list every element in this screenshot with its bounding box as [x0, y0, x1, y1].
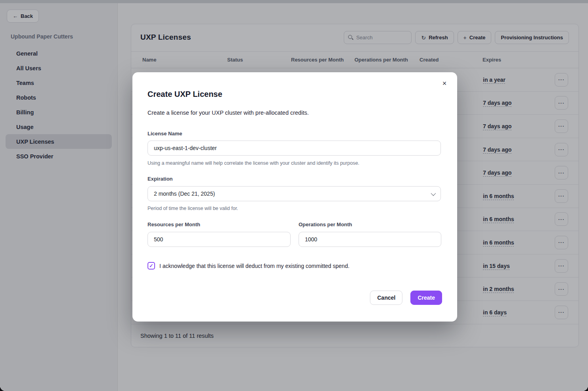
create-uxp-license-modal: × Create UXP License Create a license fo… — [132, 72, 457, 322]
create-submit-button[interactable]: Create — [410, 291, 442, 305]
expiration-label: Expiration — [147, 176, 173, 182]
chevron-down-icon — [431, 191, 436, 196]
license-name-input[interactable] — [147, 141, 441, 156]
license-name-helper: Using a meaningful name will help correl… — [147, 160, 359, 166]
acknowledge-row: ✓ I acknowledge that this license will d… — [147, 262, 349, 270]
operations-per-month-input[interactable] — [299, 232, 441, 247]
resources-per-month-label: Resources per Month — [147, 222, 200, 227]
app-window: ← Back Upbound Paper Cutters General All… — [0, 0, 588, 391]
acknowledge-checkbox[interactable]: ✓ — [147, 262, 155, 270]
expiration-helper: Period of time the license will be valid… — [147, 206, 238, 211]
resources-per-month-input[interactable] — [147, 232, 291, 247]
close-icon: × — [442, 79, 447, 87]
expiration-select[interactable]: 2 months (Dec 21, 2025) — [147, 186, 441, 201]
modal-actions: Cancel Create — [370, 291, 442, 305]
modal-description: Create a license for your UXP cluster wi… — [147, 110, 309, 116]
check-icon: ✓ — [149, 263, 153, 268]
operations-per-month-label: Operations per Month — [299, 222, 352, 227]
expiration-selected-value: 2 months (Dec 21, 2025) — [154, 191, 215, 197]
modal-title: Create UXP License — [147, 90, 222, 99]
cancel-button[interactable]: Cancel — [370, 291, 402, 305]
acknowledge-label: I acknowledge that this license will ded… — [159, 263, 349, 269]
license-name-label: License Name — [147, 131, 182, 137]
close-button[interactable]: × — [439, 78, 450, 89]
